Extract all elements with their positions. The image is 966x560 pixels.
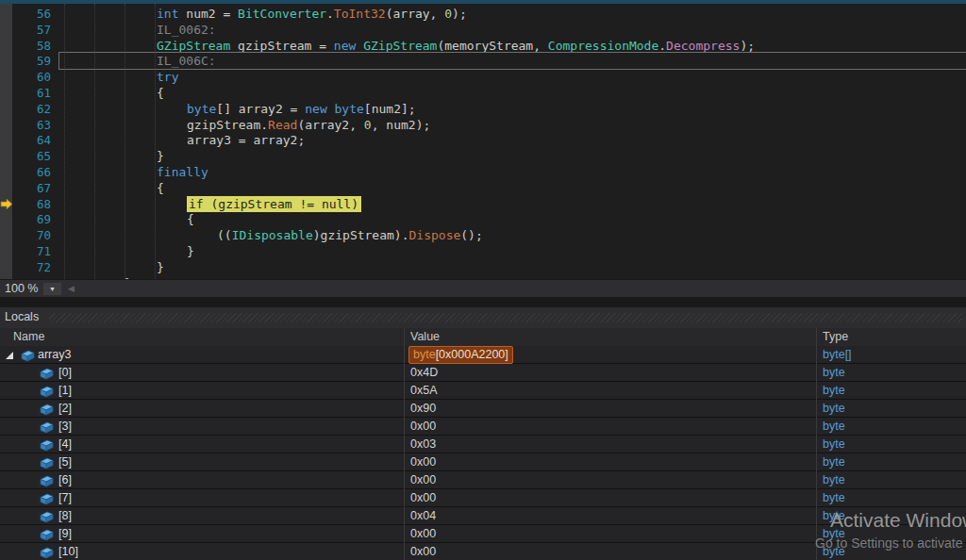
zoom-level[interactable]: 100 % <box>5 282 38 295</box>
code-text[interactable]: finally <box>157 164 208 180</box>
variable-value[interactable]: 0x00 <box>410 527 436 540</box>
line-number[interactable]: 61 <box>15 85 51 101</box>
line-number[interactable]: 56 <box>15 6 51 22</box>
line-number[interactable]: 71 <box>15 243 51 259</box>
code-line-64[interactable]: 64array3 = array2; <box>0 132 966 148</box>
code-text[interactable]: int num2 = BitConverter.ToInt32(array, 0… <box>157 6 467 22</box>
code-line-63[interactable]: 63gzipStream.Read(array2, 0, num2); <box>0 117 966 133</box>
line-number[interactable]: 67 <box>15 180 51 196</box>
code-line-65[interactable]: 65} <box>0 148 966 164</box>
variable-value[interactable]: 0x03 <box>410 437 436 451</box>
panel-splitter[interactable] <box>0 297 966 307</box>
highlighted-statement[interactable]: if (gzipStream != null) <box>187 196 361 212</box>
column-separator[interactable] <box>816 328 817 560</box>
line-number[interactable]: 62 <box>15 101 51 117</box>
code-line-72[interactable]: 72} <box>0 259 966 275</box>
line-number[interactable]: 66 <box>15 164 51 180</box>
locals-row-9[interactable]: [9]0x00byte <box>0 525 966 543</box>
line-number[interactable]: 69 <box>15 211 51 227</box>
variable-value[interactable]: 0x04 <box>410 509 436 522</box>
code-text[interactable]: array3 = array2; <box>187 132 305 148</box>
code-text[interactable]: } <box>157 148 164 164</box>
code-text[interactable]: GZipStream gzipStream = new GZipStream(m… <box>157 38 755 54</box>
line-number[interactable]: 65 <box>15 148 51 164</box>
zoom-dropdown-button[interactable]: ▼ <box>43 283 61 295</box>
expander-icon[interactable] <box>6 352 13 359</box>
column-separator[interactable] <box>404 328 405 560</box>
code-text[interactable]: IL_0062: <box>157 22 216 38</box>
code-text[interactable]: gzipStream.Read(array2, 0, num2); <box>187 117 430 133</box>
horizontal-scrollbar[interactable] <box>62 281 966 297</box>
locals-panel-titlebar[interactable]: Locals <box>0 307 966 328</box>
code-text[interactable]: { <box>157 180 164 196</box>
variable-value[interactable]: 0x00 <box>410 491 436 504</box>
code-line-66[interactable]: 66finally <box>0 164 966 180</box>
code-line-69[interactable]: 69{ <box>0 211 966 227</box>
line-number[interactable]: 64 <box>15 132 51 148</box>
locals-row-7[interactable]: [7]0x00byte <box>0 489 966 507</box>
locals-row-8[interactable]: [8]0x04byte <box>0 507 966 525</box>
code-line-58[interactable]: 58GZipStream gzipStream = new GZipStream… <box>0 38 966 54</box>
code-text[interactable]: IL_006C: <box>157 53 216 69</box>
locals-row-2[interactable]: [2]0x90byte <box>0 400 966 418</box>
code-text[interactable]: ((IDisposable)gzipStream).Dispose(); <box>217 227 483 243</box>
scroll-left-icon[interactable]: ◀ <box>68 283 75 295</box>
code-token: Dispose <box>409 228 461 242</box>
code-line-62[interactable]: 62byte[] array2 = new byte[num2]; <box>0 101 966 117</box>
column-header-value[interactable]: Value <box>410 330 440 343</box>
code-line-60[interactable]: 60try <box>0 69 966 85</box>
code-text[interactable]: { <box>187 211 194 227</box>
titlebar-grip-texture <box>49 313 962 322</box>
code-text[interactable]: } <box>187 243 194 259</box>
code-line-61[interactable]: 61{ <box>0 85 966 101</box>
code-text[interactable]: byte[] array2 = new byte[num2]; <box>187 101 416 117</box>
code-line-67[interactable]: 67{ <box>0 180 966 196</box>
line-number[interactable]: 63 <box>15 117 51 133</box>
variable-type: byte <box>823 527 845 540</box>
locals-row-10[interactable]: [10]0x00byte <box>0 543 966 560</box>
locals-row-1[interactable]: [1]0x5Abyte <box>0 382 966 400</box>
line-number[interactable]: 68 <box>15 196 51 212</box>
variable-value[interactable]: 0x5A <box>410 384 438 397</box>
variable-value[interactable]: 0x00 <box>410 455 436 469</box>
line-number[interactable]: 58 <box>15 38 51 54</box>
code-line-70[interactable]: 70((IDisposable)gzipStream).Dispose(); <box>0 227 966 243</box>
locals-grid: array3byte[0x000A2200]byte[][0]0x4Dbyte[… <box>0 346 966 560</box>
line-number[interactable]: 72 <box>15 259 51 275</box>
locals-row-6[interactable]: [6]0x00byte <box>0 471 966 489</box>
code-line-57[interactable]: 57IL_0062: <box>0 22 966 38</box>
line-number[interactable]: 59 <box>15 53 51 69</box>
column-header-type[interactable]: Type <box>823 330 848 343</box>
line-number[interactable]: 60 <box>15 69 51 85</box>
locals-row-0[interactable]: [0]0x4Dbyte <box>0 364 966 382</box>
code-token: array3 = array2; <box>187 133 305 147</box>
locals-row-array3[interactable]: array3byte[0x000A2200]byte[] <box>0 346 966 364</box>
code-token: Decompress <box>666 39 740 53</box>
changed-value-box[interactable]: byte[0x000A2200] <box>408 346 513 364</box>
variable-value[interactable]: 0x00 <box>410 545 436 558</box>
column-header-name[interactable]: Name <box>13 330 44 343</box>
code-line-71[interactable]: 71} <box>0 243 966 259</box>
code-text[interactable]: } <box>157 259 164 275</box>
code-token: { <box>157 86 164 100</box>
code-text[interactable]: { <box>157 85 164 101</box>
line-number[interactable]: 70 <box>15 227 51 243</box>
variable-value[interactable]: 0x4D <box>410 366 438 379</box>
locals-row-5[interactable]: [5]0x00byte <box>0 453 966 471</box>
code-line-59[interactable]: 59IL_006C: <box>0 53 966 69</box>
code-token: (array2, <box>297 118 363 132</box>
locals-row-4[interactable]: [4]0x03byte <box>0 436 966 453</box>
code-token <box>327 102 335 116</box>
code-token: IL_0062: <box>157 23 216 37</box>
code-text[interactable]: try <box>157 69 178 85</box>
variable-name: [9] <box>58 527 72 540</box>
variable-value[interactable]: 0x00 <box>410 420 436 433</box>
code-line-68[interactable]: 68if (gzipStream != null) <box>0 196 966 212</box>
variable-value[interactable]: 0x00 <box>410 473 436 486</box>
code-line-56[interactable]: 56int num2 = BitConverter.ToInt32(array,… <box>0 6 966 22</box>
locals-row-3[interactable]: [3]0x00byte <box>0 418 966 436</box>
code-token: (array, <box>386 7 445 21</box>
variable-value[interactable]: 0x90 <box>410 402 436 415</box>
line-number[interactable]: 57 <box>15 22 51 38</box>
code-editor[interactable]: 56int num2 = BitConverter.ToInt32(array,… <box>0 0 966 279</box>
